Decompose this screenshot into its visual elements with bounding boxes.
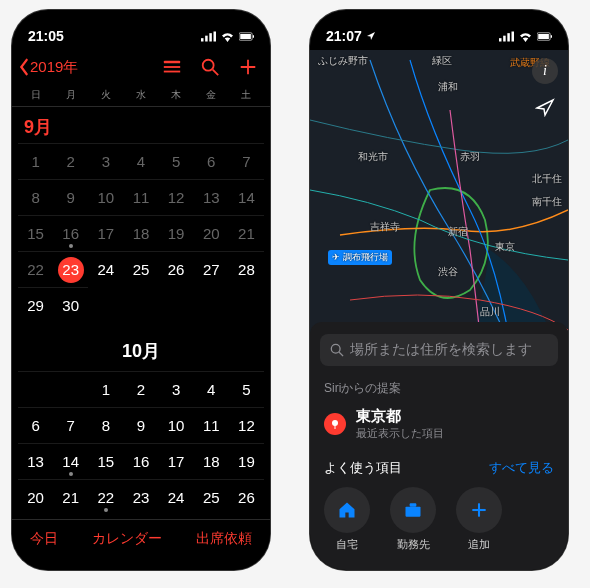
- calendar-toolbar: 今日 カレンダー 出席依頼: [12, 519, 270, 570]
- calendar-day[interactable]: 13: [194, 179, 229, 215]
- calendar-day[interactable]: 14: [229, 179, 264, 215]
- calendar-day[interactable]: 26: [159, 251, 194, 287]
- calendar-phone: 21:05 2019年 日月火水木金土 9月 12345678910111213…: [12, 10, 270, 570]
- calendar-day[interactable]: 18: [194, 443, 229, 479]
- calendar-day[interactable]: 4: [194, 371, 229, 407]
- calendar-day[interactable]: 15: [18, 215, 53, 251]
- map-label-airport: ✈ 調布飛行場: [328, 250, 392, 265]
- calendar-day[interactable]: 20: [194, 215, 229, 251]
- calendar-day[interactable]: 23: [53, 251, 88, 287]
- calendar-day[interactable]: 30: [53, 287, 88, 323]
- calendar-day[interactable]: 14: [53, 443, 88, 479]
- today-button[interactable]: 今日: [30, 530, 58, 548]
- calendar-day[interactable]: 22: [88, 479, 123, 515]
- battery-icon: [239, 31, 254, 42]
- map-label: 吉祥寺: [370, 220, 400, 234]
- calendar-day[interactable]: 8: [88, 407, 123, 443]
- search-icon[interactable]: [200, 57, 220, 77]
- calendar-day[interactable]: 17: [88, 215, 123, 251]
- favorites-header: よく使う項目 すべて見る: [310, 451, 568, 481]
- calendar-day[interactable]: 23: [123, 479, 158, 515]
- map-label: 赤羽: [460, 150, 480, 164]
- chevron-left-icon: [18, 58, 30, 76]
- siri-suggestion[interactable]: 東京都 最近表示した項目: [310, 403, 568, 451]
- calendar-scroll[interactable]: 9月 1234567891011121314151617181920212223…: [12, 107, 270, 515]
- calendar-day[interactable]: 3: [88, 143, 123, 179]
- calendar-day[interactable]: 2: [53, 143, 88, 179]
- calendar-day[interactable]: 10: [159, 407, 194, 443]
- battery-icon: [537, 31, 552, 42]
- calendar-day[interactable]: 16: [123, 443, 158, 479]
- wifi-icon: [220, 31, 235, 42]
- calendar-day[interactable]: 24: [88, 251, 123, 287]
- bottom-sheet[interactable]: 場所または住所を検索します Siriからの提案 東京都 最近表示した項目 よく使…: [310, 322, 568, 570]
- calendar-day[interactable]: 1: [88, 371, 123, 407]
- calendar-day: [53, 371, 88, 407]
- month-grid-oct: 1234567891011121314151617181920212223242…: [12, 371, 270, 515]
- calendar-day[interactable]: 13: [18, 443, 53, 479]
- calendar-day[interactable]: 11: [194, 407, 229, 443]
- svg-rect-16: [507, 33, 510, 41]
- back-button[interactable]: 2019年: [18, 58, 78, 77]
- svg-rect-15: [503, 35, 506, 41]
- favorite-add[interactable]: 追加: [456, 487, 502, 552]
- calendar-day[interactable]: 9: [123, 407, 158, 443]
- map-label: 新宿: [448, 225, 468, 239]
- calendar-day[interactable]: 18: [123, 215, 158, 251]
- add-event-icon[interactable]: [238, 57, 258, 77]
- calendar-day[interactable]: 6: [18, 407, 53, 443]
- calendar-day[interactable]: 9: [53, 179, 88, 215]
- calendar-day[interactable]: 2: [123, 371, 158, 407]
- calendar-day[interactable]: 26: [229, 479, 264, 515]
- calendar-day[interactable]: 16: [53, 215, 88, 251]
- see-all-button[interactable]: すべて見る: [489, 459, 554, 477]
- favorite-work[interactable]: 勤務先: [390, 487, 436, 552]
- locate-button[interactable]: [532, 94, 558, 120]
- calendar-day[interactable]: 5: [229, 371, 264, 407]
- calendar-day[interactable]: 8: [18, 179, 53, 215]
- search-input[interactable]: 場所または住所を検索します: [320, 334, 558, 366]
- month-label-sep: 9月: [12, 107, 270, 143]
- svg-rect-20: [551, 35, 552, 38]
- calendar-day[interactable]: 7: [53, 407, 88, 443]
- list-view-icon[interactable]: [162, 57, 182, 77]
- calendar-day[interactable]: 28: [229, 251, 264, 287]
- calendar-day[interactable]: 19: [229, 443, 264, 479]
- calendar-day[interactable]: 19: [159, 215, 194, 251]
- info-button[interactable]: i: [532, 58, 558, 84]
- calendar-day[interactable]: 17: [159, 443, 194, 479]
- calendars-button[interactable]: カレンダー: [92, 530, 162, 548]
- calendar-day[interactable]: 12: [229, 407, 264, 443]
- add-icon: [456, 487, 502, 533]
- calendar-day[interactable]: 11: [123, 179, 158, 215]
- calendar-day[interactable]: 24: [159, 479, 194, 515]
- status-time: 21:07: [326, 28, 376, 44]
- calendar-day[interactable]: 3: [159, 371, 194, 407]
- weekday: 月: [53, 84, 88, 106]
- calendar-day[interactable]: 12: [159, 179, 194, 215]
- calendar-day[interactable]: 25: [194, 479, 229, 515]
- svg-rect-3: [214, 31, 217, 41]
- svg-line-24: [339, 352, 343, 356]
- calendar-day[interactable]: 27: [194, 251, 229, 287]
- maps-phone: 21:07 ふじみ野市 緑区: [310, 10, 568, 570]
- calendar-day[interactable]: 10: [88, 179, 123, 215]
- svg-rect-5: [240, 34, 251, 39]
- calendar-day[interactable]: 29: [18, 287, 53, 323]
- calendar-day[interactable]: 4: [123, 143, 158, 179]
- calendar-day[interactable]: 25: [123, 251, 158, 287]
- calendar-day[interactable]: 6: [194, 143, 229, 179]
- svg-rect-9: [164, 71, 180, 73]
- favorite-home[interactable]: 自宅: [324, 487, 370, 552]
- calendar-day[interactable]: 5: [159, 143, 194, 179]
- calendar-day[interactable]: 15: [88, 443, 123, 479]
- svg-rect-1: [205, 35, 208, 41]
- calendar-day[interactable]: 7: [229, 143, 264, 179]
- calendar-day[interactable]: 1: [18, 143, 53, 179]
- calendar-day[interactable]: 22: [18, 251, 53, 287]
- inbox-button[interactable]: 出席依頼: [196, 530, 252, 548]
- calendar-day[interactable]: 21: [229, 215, 264, 251]
- calendar-day[interactable]: 21: [53, 479, 88, 515]
- calendar-day[interactable]: 20: [18, 479, 53, 515]
- svg-point-10: [203, 60, 214, 71]
